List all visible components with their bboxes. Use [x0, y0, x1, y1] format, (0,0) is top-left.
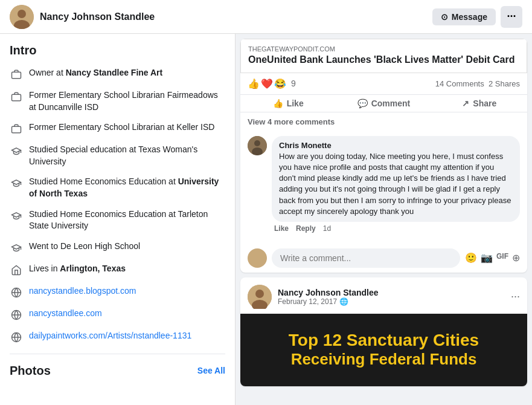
comment-like-button[interactable]: Like [274, 224, 289, 233]
home-icon [10, 264, 23, 277]
list-item: nancystandlee.com [10, 308, 225, 322]
graduation-icon [10, 144, 23, 158]
comment-timestamp: 1d [323, 224, 331, 233]
heart-emoji: ❤️ [261, 78, 273, 89]
graduation-icon [10, 209, 23, 222]
comment-input[interactable] [272, 248, 460, 268]
header-actions: ⊙ Message ··· [432, 6, 522, 28]
haha-emoji: 😂 [274, 78, 286, 89]
messenger-icon: ⊙ [441, 12, 448, 22]
intro-text: Studied Special education at Texas Woman… [29, 144, 225, 167]
briefcase-icon [10, 68, 23, 81]
like-icon: 👍 [273, 99, 283, 108]
action-buttons: 👍 Like 💬 Comment ↗ Share [240, 95, 527, 112]
comment-button[interactable]: 💬 Comment [336, 95, 431, 112]
graduation-icon [10, 177, 23, 190]
list-item: dailypaintworks.com/Artists/nstandlee-11… [10, 330, 225, 344]
graduation-icon [10, 241, 23, 254]
camera-icon[interactable]: 📷 [481, 252, 493, 264]
svg-rect-3 [12, 72, 21, 79]
list-item: Studied Home Economics Education at Univ… [10, 176, 225, 199]
list-item: Studied Special education at Texas Woman… [10, 144, 225, 167]
svg-rect-4 [12, 94, 21, 101]
list-item: Went to De Leon High School [10, 241, 225, 254]
write-avatar [248, 248, 267, 268]
sanctuary-image: Top 12 Sanctuary Cities Receiving Federa… [240, 314, 527, 386]
comment-emoji-icons: 🙂 📷 GIF ⊕ [465, 252, 520, 264]
article-title: OneUnited Bank Launches 'Black Lives Mat… [241, 54, 527, 73]
reaction-count: 9 [291, 79, 296, 88]
comment-reply-button[interactable]: Reply [296, 224, 316, 233]
message-button[interactable]: ⊙ Message [432, 8, 496, 25]
see-all-link[interactable]: See All [197, 366, 225, 375]
intro-text: nancystandlee.blogspot.com [29, 285, 136, 297]
intro-text: Went to De Leon High School [29, 241, 140, 253]
more-options-button[interactable]: ··· [501, 6, 522, 28]
sticker-icon[interactable]: ⊕ [512, 252, 520, 264]
intro-text: Former Elementary School Librarian Fairm… [29, 89, 225, 113]
profile-header: Nancy Johnson Standlee ⊙ Message ··· [0, 0, 532, 34]
like-button[interactable]: 👍 Like [240, 95, 336, 112]
intro-text: Studied Home Economics Education at Univ… [29, 176, 225, 199]
post-meta: February 12, 2017 🌐 [278, 297, 378, 306]
comment-bubble: Chris Monette How are you doing today, N… [272, 136, 520, 222]
right-panel: THEGATEWAYPONDIT.COM OneUnited Bank Laun… [236, 34, 532, 405]
gif-icon[interactable]: GIF [496, 252, 508, 264]
list-item: Former Elementary School Librarian at Ke… [10, 122, 225, 135]
intro-text: Studied Home Economics Education at Tarl… [29, 209, 225, 232]
list-item: Owner at Nancy Standlee Fine Art [10, 67, 225, 81]
post-card: THEGATEWAYPONDIT.COM OneUnited Bank Laun… [240, 39, 527, 273]
share-icon: ↗ [462, 99, 469, 108]
post-author-info: Nancy Johnson Standlee February 12, 2017… [278, 288, 378, 306]
comment-actions: Like Reply 1d [274, 224, 520, 233]
list-item: nancystandlee.blogspot.com [10, 285, 225, 299]
article-source: THEGATEWAYPONDIT.COM [241, 39, 527, 54]
briefcase-icon [10, 90, 23, 103]
comment-icon: 💬 [357, 99, 368, 108]
view-more-comments[interactable]: View 4 more comments [240, 112, 527, 131]
intro-text: Owner at Nancy Standlee Fine Art [29, 67, 162, 79]
comment-section: Chris Monette How are you doing today, N… [240, 131, 527, 244]
intro-text: dailypaintworks.com/Artists/nstandlee-11… [29, 330, 191, 342]
emoji-icon[interactable]: 🙂 [465, 252, 477, 264]
globe-icon: 🌐 [339, 297, 348, 306]
comment-author: Chris Monette [279, 141, 513, 150]
svg-point-10 [254, 140, 260, 146]
post-header: Nancy Johnson Standlee February 12, 2017… [240, 277, 527, 314]
globe-icon [10, 286, 23, 299]
share-button[interactable]: ↗ Share [432, 95, 527, 112]
comment-item: Chris Monette How are you doing today, N… [248, 136, 520, 233]
svg-point-13 [255, 290, 264, 298]
intro-text: Former Elementary School Librarian at Ke… [29, 122, 214, 134]
globe-icon [10, 331, 23, 344]
svg-point-1 [18, 10, 26, 18]
sanctuary-line2: Receiving Federal Funds [291, 350, 477, 369]
more-icon: ··· [507, 10, 516, 23]
list-item: Former Elementary School Librarian Fairm… [10, 89, 225, 113]
reaction-stats: 14 Comments 2 Shares [435, 79, 520, 88]
comment-text: How are you doing today, Nice meeting yo… [279, 151, 513, 217]
photos-title: Photos [10, 364, 51, 378]
post-more-button[interactable]: ··· [511, 290, 520, 303]
post-avatar [248, 285, 272, 309]
intro-text: nancystandlee.com [29, 308, 102, 320]
briefcase-icon [10, 122, 23, 135]
reactions-row: 👍 ❤️ 😂 9 14 Comments 2 Shares [240, 73, 527, 95]
reaction-icons: 👍 ❤️ 😂 9 [248, 78, 296, 89]
photos-header: Photos See All [10, 364, 225, 378]
post-card-2: Nancy Johnson Standlee February 12, 2017… [240, 277, 527, 386]
post-author-name: Nancy Johnson Standlee [278, 288, 378, 297]
divider [10, 354, 225, 354]
shared-article: THEGATEWAYPONDIT.COM OneUnited Bank Laun… [240, 39, 527, 73]
svg-rect-5 [12, 126, 21, 133]
write-comment-row: 🙂 📷 GIF ⊕ [240, 244, 527, 273]
intro-title: Intro [10, 44, 225, 57]
left-panel: Intro Owner at Nancy Standlee Fine Art F… [0, 34, 236, 405]
list-item: Studied Home Economics Education at Tarl… [10, 209, 225, 232]
intro-text: Lives in Arlington, Texas [29, 263, 126, 275]
like-emoji: 👍 [248, 78, 260, 89]
comment-avatar [248, 136, 267, 155]
main-layout: Intro Owner at Nancy Standlee Fine Art F… [0, 34, 532, 405]
avatar [10, 5, 34, 29]
profile-name: Nancy Johnson Standlee [40, 11, 155, 22]
